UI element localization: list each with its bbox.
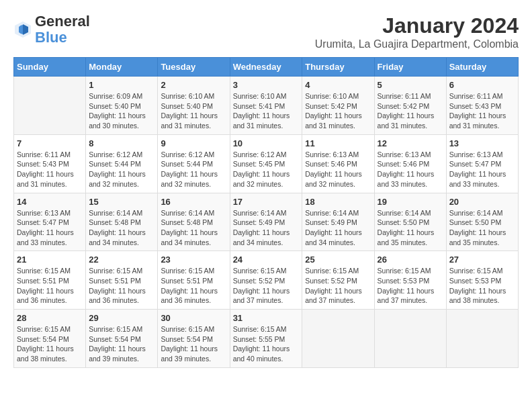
day-info: Sunrise: 6:15 AM Sunset: 5:53 PM Dayligh…: [378, 266, 443, 306]
calendar-cell: 3Sunrise: 6:10 AM Sunset: 5:41 PM Daylig…: [230, 77, 302, 135]
day-info: Sunrise: 6:10 AM Sunset: 5:41 PM Dayligh…: [233, 91, 300, 131]
page-header: General Blue January 2024 Urumita, La Gu…: [13, 13, 519, 50]
calendar-cell: 4Sunrise: 6:10 AM Sunset: 5:42 PM Daylig…: [302, 77, 374, 135]
calendar-cell: 20Sunrise: 6:14 AM Sunset: 5:50 PM Dayli…: [446, 193, 518, 251]
header-day-sunday: Sunday: [14, 58, 86, 77]
day-number: 27: [449, 255, 515, 265]
day-info: Sunrise: 6:15 AM Sunset: 5:54 PM Dayligh…: [89, 324, 154, 364]
day-number: 5: [378, 80, 443, 90]
calendar-cell: 17Sunrise: 6:14 AM Sunset: 5:49 PM Dayli…: [230, 193, 302, 251]
calendar-week-1: 1Sunrise: 6:09 AM Sunset: 5:40 PM Daylig…: [14, 77, 519, 135]
title-block: January 2024 Urumita, La Guajira Departm…: [315, 13, 519, 50]
calendar-cell: 6Sunrise: 6:11 AM Sunset: 5:43 PM Daylig…: [446, 77, 518, 135]
day-info: Sunrise: 6:14 AM Sunset: 5:49 PM Dayligh…: [233, 208, 300, 248]
day-number: 20: [449, 197, 515, 207]
day-number: 16: [161, 197, 226, 207]
day-info: Sunrise: 6:11 AM Sunset: 5:43 PM Dayligh…: [449, 91, 515, 131]
day-info: Sunrise: 6:09 AM Sunset: 5:40 PM Dayligh…: [89, 91, 154, 131]
day-number: 23: [161, 255, 226, 265]
calendar-cell: [446, 310, 518, 368]
day-number: 22: [89, 255, 154, 265]
day-number: 6: [449, 80, 515, 90]
day-number: 29: [89, 313, 154, 323]
calendar-cell: 9Sunrise: 6:12 AM Sunset: 5:44 PM Daylig…: [158, 134, 230, 193]
calendar-cell: [374, 310, 446, 368]
day-number: 9: [161, 138, 226, 148]
day-info: Sunrise: 6:15 AM Sunset: 5:55 PM Dayligh…: [233, 324, 300, 364]
day-info: Sunrise: 6:15 AM Sunset: 5:51 PM Dayligh…: [161, 266, 226, 306]
calendar-cell: 7Sunrise: 6:11 AM Sunset: 5:43 PM Daylig…: [14, 134, 86, 193]
calendar-cell: [302, 310, 374, 368]
calendar-week-5: 28Sunrise: 6:15 AM Sunset: 5:54 PM Dayli…: [14, 310, 519, 368]
day-number: 4: [305, 80, 371, 90]
logo: General Blue: [13, 13, 90, 46]
logo-general-text: General: [35, 13, 90, 30]
day-number: 21: [17, 255, 83, 265]
calendar-week-3: 14Sunrise: 6:13 AM Sunset: 5:47 PM Dayli…: [14, 193, 519, 251]
calendar-cell: 18Sunrise: 6:14 AM Sunset: 5:49 PM Dayli…: [302, 193, 374, 251]
day-number: 14: [17, 197, 83, 207]
calendar-header: SundayMondayTuesdayWednesdayThursdayFrid…: [14, 58, 519, 77]
calendar-cell: 19Sunrise: 6:14 AM Sunset: 5:50 PM Dayli…: [374, 193, 446, 251]
day-number: 2: [161, 80, 226, 90]
day-info: Sunrise: 6:10 AM Sunset: 5:42 PM Dayligh…: [305, 91, 371, 131]
day-number: 7: [17, 138, 83, 148]
calendar-cell: 22Sunrise: 6:15 AM Sunset: 5:51 PM Dayli…: [86, 251, 158, 310]
calendar-cell: 27Sunrise: 6:15 AM Sunset: 5:53 PM Dayli…: [446, 251, 518, 310]
calendar-cell: 23Sunrise: 6:15 AM Sunset: 5:51 PM Dayli…: [158, 251, 230, 310]
day-number: 24: [233, 255, 300, 265]
header-day-wednesday: Wednesday: [230, 58, 302, 77]
header-day-tuesday: Tuesday: [158, 58, 230, 77]
day-info: Sunrise: 6:13 AM Sunset: 5:47 PM Dayligh…: [449, 150, 515, 189]
day-info: Sunrise: 6:13 AM Sunset: 5:46 PM Dayligh…: [378, 150, 443, 189]
calendar-table: SundayMondayTuesdayWednesdayThursdayFrid…: [13, 57, 519, 368]
day-number: 1: [89, 80, 154, 90]
day-info: Sunrise: 6:12 AM Sunset: 5:45 PM Dayligh…: [233, 150, 300, 189]
calendar-cell: 14Sunrise: 6:13 AM Sunset: 5:47 PM Dayli…: [14, 193, 86, 251]
day-info: Sunrise: 6:15 AM Sunset: 5:51 PM Dayligh…: [89, 266, 154, 306]
day-number: 10: [233, 138, 300, 148]
calendar-cell: 5Sunrise: 6:11 AM Sunset: 5:42 PM Daylig…: [374, 77, 446, 135]
day-info: Sunrise: 6:14 AM Sunset: 5:50 PM Dayligh…: [449, 208, 515, 248]
day-info: Sunrise: 6:10 AM Sunset: 5:40 PM Dayligh…: [161, 91, 226, 131]
day-number: 30: [161, 313, 226, 323]
day-info: Sunrise: 6:15 AM Sunset: 5:52 PM Dayligh…: [233, 266, 300, 306]
day-number: 19: [378, 197, 443, 207]
header-day-monday: Monday: [86, 58, 158, 77]
day-info: Sunrise: 6:14 AM Sunset: 5:48 PM Dayligh…: [161, 208, 226, 248]
calendar-week-4: 21Sunrise: 6:15 AM Sunset: 5:51 PM Dayli…: [14, 251, 519, 310]
calendar-week-2: 7Sunrise: 6:11 AM Sunset: 5:43 PM Daylig…: [14, 134, 519, 193]
calendar-cell: 24Sunrise: 6:15 AM Sunset: 5:52 PM Dayli…: [230, 251, 302, 310]
day-info: Sunrise: 6:14 AM Sunset: 5:50 PM Dayligh…: [378, 208, 443, 248]
calendar-cell: 12Sunrise: 6:13 AM Sunset: 5:46 PM Dayli…: [374, 134, 446, 193]
calendar-cell: 15Sunrise: 6:14 AM Sunset: 5:48 PM Dayli…: [86, 193, 158, 251]
day-info: Sunrise: 6:11 AM Sunset: 5:42 PM Dayligh…: [378, 91, 443, 131]
header-day-thursday: Thursday: [302, 58, 374, 77]
day-number: 13: [449, 138, 515, 148]
calendar-cell: 25Sunrise: 6:15 AM Sunset: 5:52 PM Dayli…: [302, 251, 374, 310]
calendar-cell: [14, 77, 86, 135]
day-number: 28: [17, 313, 83, 323]
day-info: Sunrise: 6:13 AM Sunset: 5:46 PM Dayligh…: [305, 150, 371, 189]
calendar-cell: 10Sunrise: 6:12 AM Sunset: 5:45 PM Dayli…: [230, 134, 302, 193]
day-number: 8: [89, 138, 154, 148]
day-number: 3: [233, 80, 300, 90]
page-subtitle: Urumita, La Guajira Department, Colombia: [315, 38, 519, 50]
calendar-cell: 8Sunrise: 6:12 AM Sunset: 5:44 PM Daylig…: [86, 134, 158, 193]
day-number: 26: [378, 255, 443, 265]
day-info: Sunrise: 6:15 AM Sunset: 5:52 PM Dayligh…: [305, 266, 371, 306]
calendar-cell: 11Sunrise: 6:13 AM Sunset: 5:46 PM Dayli…: [302, 134, 374, 193]
day-number: 17: [233, 197, 300, 207]
calendar-cell: 26Sunrise: 6:15 AM Sunset: 5:53 PM Dayli…: [374, 251, 446, 310]
day-number: 12: [378, 138, 443, 148]
day-number: 11: [305, 138, 371, 148]
page-title: January 2024: [315, 13, 519, 38]
header-day-friday: Friday: [374, 58, 446, 77]
day-info: Sunrise: 6:15 AM Sunset: 5:53 PM Dayligh…: [449, 266, 515, 306]
logo-icon: [13, 20, 32, 39]
day-info: Sunrise: 6:15 AM Sunset: 5:54 PM Dayligh…: [161, 324, 226, 364]
calendar-cell: 1Sunrise: 6:09 AM Sunset: 5:40 PM Daylig…: [86, 77, 158, 135]
day-info: Sunrise: 6:15 AM Sunset: 5:51 PM Dayligh…: [17, 266, 83, 306]
logo-blue-text: Blue: [35, 29, 67, 46]
day-info: Sunrise: 6:12 AM Sunset: 5:44 PM Dayligh…: [89, 150, 154, 189]
